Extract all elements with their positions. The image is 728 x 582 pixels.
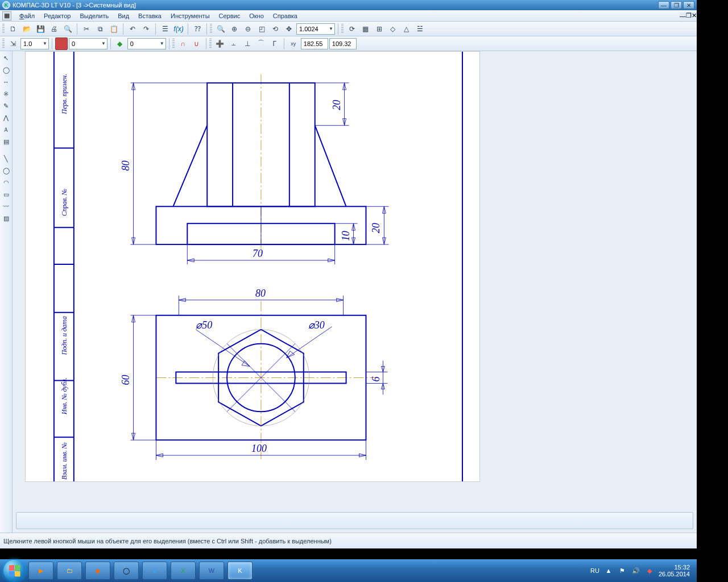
para-button[interactable]: ⫠ [228,38,240,50]
cursor-tool[interactable]: ↖ [1,52,12,64]
assoc-tool[interactable]: ▤ [1,136,12,147]
tray-clock[interactable]: 15:32 26.05.2014 [659,564,693,577]
zoom-prev-button[interactable]: ⟲ [269,23,282,35]
circle-tool[interactable]: ◯ [1,165,12,176]
tray-flag-icon[interactable]: ⚑ [618,566,627,575]
menu-tools[interactable]: Инструменты [166,11,214,20]
mdi-restore-button[interactable]: ❐ [686,12,692,19]
snap-step-button[interactable]: ⇲ [7,38,19,50]
magnet-off-button[interactable]: ∪ [191,38,203,50]
paste-button[interactable]: 📋 [107,23,120,35]
grid-button[interactable]: ▦ [359,23,372,35]
menu-view[interactable]: Вид [113,11,134,20]
zoom-dropdown[interactable]: 1.0024▼ [296,23,335,35]
close-button[interactable]: ✕ [683,1,694,9]
open-button[interactable]: 📂 [20,23,33,35]
task-kompas[interactable]: K [228,562,253,580]
style-dropdown[interactable]: 0▼ [69,38,107,49]
line-tool[interactable]: ╲ [1,153,12,164]
arc-tool[interactable]: ◠ [1,177,12,188]
copy-button[interactable]: ⧉ [94,23,106,35]
layers-button[interactable]: ☱ [414,23,427,35]
ortho-button[interactable]: ⊞ [373,23,386,35]
save-button[interactable]: 💾 [34,23,47,35]
task-firefox[interactable]: ◉ [85,562,110,580]
minimize-button[interactable]: — [658,1,669,9]
menu-select[interactable]: Выделить [75,11,113,20]
coord-y-field[interactable]: 109.32 [329,38,357,49]
menu-insert[interactable]: Вставка [134,11,166,20]
style-swatch[interactable] [55,38,68,50]
redo-button[interactable]: ↷ [140,23,152,35]
dim-r20: 20 [370,223,382,233]
start-button[interactable] [3,560,25,581]
system-menu-icon[interactable]: ▦ [2,11,11,20]
titlebar: K КОМПАС-3D LT V10 - [3 ->Системный вид]… [0,0,697,10]
help-cursor-button[interactable]: ⁇ [191,23,204,35]
perp-button[interactable]: ⊥ [241,38,254,50]
snap-end-button[interactable]: ◇ [387,23,399,35]
svg-line-45 [287,327,332,358]
local-cs-button[interactable]: ➕ [214,38,226,50]
layer-dropdown[interactable]: 0▼ [127,38,166,49]
menu-window[interactable]: Окно [245,11,268,20]
refresh-button[interactable]: ⟳ [346,23,358,35]
menu-help[interactable]: Справка [268,11,302,20]
task-word[interactable]: W [199,562,224,580]
symbol-tool[interactable]: ※ [1,88,12,99]
print-button[interactable]: 🖨 [48,23,60,35]
zoom-in-button[interactable]: ⊕ [228,23,241,35]
preview-button[interactable]: 🔍 [61,23,74,35]
app-icon: K [2,1,10,9]
properties-button[interactable]: ☰ [159,23,171,35]
task-excel[interactable]: X [171,562,196,580]
coord-x-field[interactable]: 182.55 [301,38,328,49]
dim-g6: 6 [370,376,382,381]
hatch-tool[interactable]: ▨ [1,213,12,224]
new-button[interactable]: 🗋 [7,23,19,35]
ortho-lock-button[interactable]: Γ [268,38,281,50]
tray-volume-icon[interactable]: 🔊 [631,566,640,575]
tray-up-icon[interactable]: ▲ [604,566,613,575]
mdi-close-button[interactable]: ✕ [692,12,697,19]
zoom-extents-button[interactable]: 🔍 [214,23,227,35]
rect-tool[interactable]: ▭ [1,189,12,200]
zoom-window-button[interactable]: ◰ [255,23,268,35]
coord-xy-button[interactable]: xy [287,38,300,50]
status-text: Щелкните левой кнопкой мыши на объекте д… [3,538,332,544]
spline-tool[interactable]: 〰 [1,201,12,212]
svg-line-14 [315,126,346,207]
round-button[interactable]: ⌒ [255,38,267,50]
dimension-tool[interactable]: ↔ [1,76,12,88]
snap-mid-button[interactable]: △ [400,23,413,35]
geometry-tool[interactable]: ◯ [1,64,12,76]
task-chrome[interactable]: ◯ [114,562,139,580]
tray-shield-icon[interactable]: ◆ [645,566,654,575]
layer-swatch[interactable]: ◆ [114,38,126,50]
step-dropdown[interactable]: 1.0▼ [20,38,49,49]
maximize-button[interactable]: ❐ [671,1,682,9]
menu-service[interactable]: Сервис [214,11,245,20]
edit-tool[interactable]: ✎ [1,100,12,111]
zoom-out-button[interactable]: ⊖ [242,23,254,35]
task-mediaplayer[interactable]: ▶ [28,562,53,580]
magnet-on-button[interactable]: ∩ [177,38,189,50]
undo-button[interactable]: ↶ [126,23,139,35]
toolbar-current: ⇲ 1.0▼ 0▼ ◆ 0▼ ∩ ∪ ➕ ⫠ ⊥ ⌒ Γ xy 182.55 1… [0,36,697,51]
task-explorer[interactable]: 🗀 [57,562,82,580]
task-ie[interactable]: ｅ [142,562,167,580]
cut-button[interactable]: ✂ [80,23,93,35]
menu-edit[interactable]: Редактор [39,11,75,20]
dim-d50: ⌀50 [196,319,212,331]
pan-button[interactable]: ✥ [283,23,295,35]
tray-lang[interactable]: RU [590,567,599,574]
measure-tool[interactable]: Ａ [1,124,12,135]
dim-t80: 80 [255,288,266,299]
canvas[interactable]: Перв. примен. Справ. № Подп. и дата Инв.… [13,51,697,509]
dim-h20t: 20 [331,100,342,110]
param-tool[interactable]: ⋀ [1,112,12,123]
mdi-minimize-button[interactable]: — [680,13,686,19]
command-bar[interactable] [16,512,693,529]
menu-file[interactable]: Файл [15,11,39,20]
variables-button[interactable]: f(x) [172,23,185,35]
